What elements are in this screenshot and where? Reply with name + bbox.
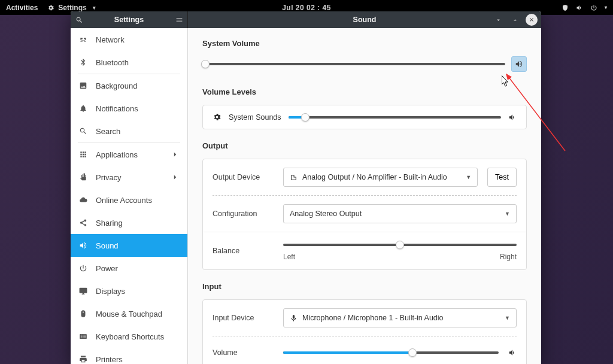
sidebar-item-label: Mouse & Touchpad: [96, 310, 162, 318]
picture-icon: [79, 81, 87, 90]
chevron-up-icon: [512, 17, 518, 23]
close-icon: [529, 17, 535, 23]
configuration-label: Configuration: [213, 210, 274, 218]
system-volume-slider[interactable]: [202, 60, 505, 68]
volume-icon: [576, 4, 583, 11]
sidebar-item-label: Displays: [96, 287, 125, 296]
chevron-right-icon: [171, 173, 179, 181]
speaker-icon[interactable]: [508, 113, 517, 122]
sidebar-item-power[interactable]: Power: [71, 257, 187, 280]
microphone-icon: [290, 314, 298, 322]
sidebar-item-bluetooth[interactable]: Bluetooth: [71, 51, 187, 74]
output-device-label: Output Device: [213, 173, 274, 181]
caret-down-icon: ▼: [505, 315, 510, 321]
sidebar-item-label: Power: [96, 264, 118, 273]
power-icon: [590, 4, 597, 11]
sidebar-item-printers[interactable]: Printers: [71, 348, 187, 364]
system-sounds-slider[interactable]: [289, 113, 501, 122]
sidebar-item-label: Applications: [96, 150, 138, 159]
search-icon: [75, 16, 83, 24]
clock[interactable]: Jul 20 02 : 45: [282, 4, 331, 12]
monitor-icon: [79, 287, 87, 295]
grid-icon: [79, 150, 87, 159]
output-box: Output Device Analog Output / No Amplifi…: [202, 159, 527, 270]
sidebar-item-label: Sharing: [96, 219, 123, 228]
output-heading: Output: [202, 141, 527, 150]
input-device-select[interactable]: Microphone / Microphone 1 - Built-in Aud…: [283, 308, 517, 327]
network-icon: [79, 35, 87, 44]
cloud-icon: [79, 196, 87, 204]
configuration-select[interactable]: Analog Stereo Output ▼: [283, 204, 517, 223]
input-box: Input Device Microphone / Microphone 1 -…: [202, 299, 527, 364]
balance-left-label: Left: [283, 253, 295, 261]
sidebar-title: Settings: [71, 16, 187, 24]
sidebar-item-online-accounts[interactable]: Online Accounts: [71, 189, 187, 211]
keyboard-icon: [79, 332, 87, 341]
speaker-high-icon: [515, 60, 523, 68]
search-button[interactable]: [71, 11, 87, 28]
gear-icon: [213, 113, 221, 122]
hamburger-button[interactable]: [171, 11, 187, 28]
sidebar-item-label: Notifications: [96, 104, 138, 113]
sidebar-item-search[interactable]: Search: [71, 120, 187, 142]
cursor-icon: [502, 75, 510, 87]
sidebar-item-applications[interactable]: Applications: [71, 143, 187, 166]
balance-right-label: Right: [500, 253, 517, 261]
mouse-icon: [79, 310, 87, 318]
sidebar-item-label: Printers: [96, 355, 123, 364]
sidebar-item-sharing[interactable]: Sharing: [71, 211, 187, 234]
search-icon: [79, 127, 87, 135]
bluetooth-icon: [79, 58, 87, 66]
caret-down-icon: ▼: [466, 174, 471, 180]
app-menu[interactable]: Settings: [47, 4, 95, 12]
hand-icon: [79, 173, 87, 181]
sidebar[interactable]: Network Bluetooth Background Notificatio…: [71, 28, 188, 364]
sidebar-item-label: Keyboard Shortcuts: [96, 332, 164, 341]
hamburger-icon: [175, 16, 183, 24]
system-tray[interactable]: ▾: [562, 4, 607, 11]
close-button[interactable]: [526, 14, 538, 26]
system-sounds-label: System Sounds: [229, 113, 281, 122]
chevron-right-icon: [171, 150, 179, 159]
sidebar-item-label: Background: [96, 81, 137, 90]
sidebar-item-mouse[interactable]: Mouse & Touchpad: [71, 302, 187, 325]
system-volume-heading: System Volume: [202, 39, 527, 48]
go-down-button[interactable]: [490, 11, 506, 28]
sidebar-item-label: Bluetooth: [96, 58, 129, 67]
input-device-label: Input Device: [213, 314, 274, 322]
card-icon: [290, 174, 298, 181]
input-volume-label: Volume: [213, 348, 274, 357]
speaker-icon[interactable]: [508, 348, 517, 357]
input-volume-slider[interactable]: [283, 348, 499, 357]
overamplify-button[interactable]: [511, 56, 527, 72]
sidebar-item-privacy[interactable]: Privacy: [71, 166, 187, 189]
panel-title: Sound: [188, 16, 541, 24]
go-up-button[interactable]: [506, 11, 523, 28]
test-button[interactable]: Test: [487, 168, 517, 187]
sound-panel: System Volume Volume Levels System Sound…: [188, 28, 541, 364]
gear-icon: [47, 4, 54, 11]
sidebar-item-network[interactable]: Network: [71, 28, 187, 51]
sidebar-item-keyboard[interactable]: Keyboard Shortcuts: [71, 325, 187, 348]
volume-levels-box: System Sounds: [202, 105, 527, 129]
shield-icon: [562, 4, 569, 11]
balance-label: Balance: [213, 247, 274, 255]
sidebar-item-label: Online Accounts: [96, 196, 152, 205]
sidebar-item-background[interactable]: Background: [71, 74, 187, 97]
sidebar-item-label: Search: [96, 127, 120, 136]
sidebar-item-label: Sound: [96, 241, 119, 250]
output-device-select[interactable]: Analog Output / No Amplifier - Built-in …: [283, 168, 478, 187]
chevron-down-icon: [495, 17, 502, 23]
sidebar-item-sound[interactable]: Sound: [71, 234, 187, 257]
printer-icon: [79, 355, 87, 363]
balance-slider[interactable]: [283, 241, 517, 249]
share-icon: [79, 219, 87, 227]
settings-window: Settings Sound Network Bluetooth Backgro…: [71, 11, 541, 364]
sidebar-item-displays[interactable]: Displays: [71, 280, 187, 302]
power-icon: [79, 264, 87, 272]
bell-icon: [79, 104, 87, 113]
input-heading: Input: [202, 282, 527, 291]
sidebar-item-notifications[interactable]: Notifications: [71, 97, 187, 120]
activities-button[interactable]: Activities: [6, 4, 38, 12]
caret-down-icon: ▼: [505, 211, 510, 217]
